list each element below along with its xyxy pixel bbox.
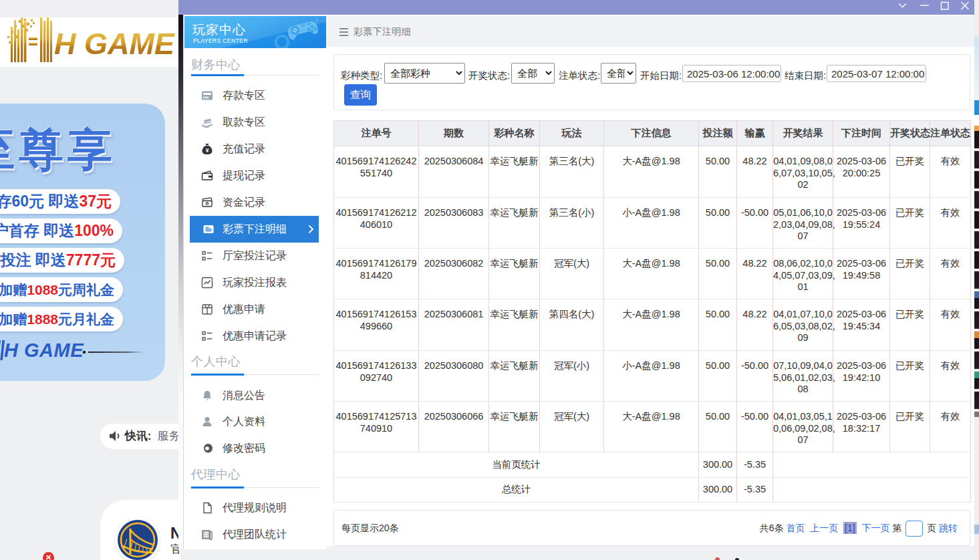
svg-text:H GAME: H GAME: [4, 339, 84, 361]
svg-text:¥: ¥: [206, 147, 209, 154]
svg-text:H GAME: H GAME: [54, 27, 176, 61]
